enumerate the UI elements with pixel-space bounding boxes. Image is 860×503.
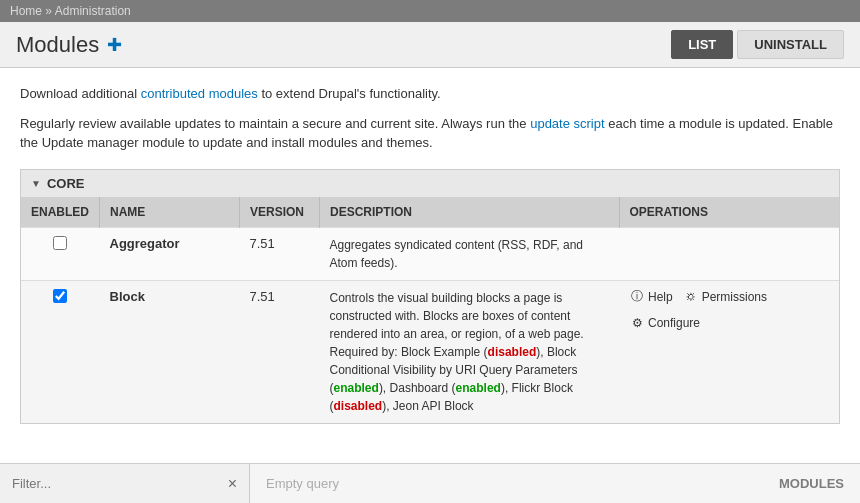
col-header-description: DESCRIPTION [320, 197, 619, 228]
tab-list[interactable]: LIST [671, 30, 733, 59]
tab-uninstall[interactable]: UNINSTALL [737, 30, 844, 59]
update-script-link[interactable]: update script [530, 116, 604, 131]
permissions-button[interactable]: ⛭ Permissions [683, 289, 767, 305]
module-enabled-cell [21, 227, 100, 280]
section-label-core: CORE [47, 176, 85, 191]
configure-button[interactable]: ⚙ Configure [629, 315, 700, 331]
col-header-enabled: ENABLED [21, 197, 100, 228]
module-name-cell: Aggregator [100, 227, 240, 280]
module-section-core: ▼ CORE ENABLED NAME VERSION DESCRIPTION … [20, 169, 840, 424]
module-description-cell: Controls the visual building blocks a pa… [320, 280, 619, 423]
section-toggle-icon: ▼ [31, 178, 41, 189]
block-description-text: Controls the visual building blocks a pa… [330, 291, 584, 341]
header: Modules ✚ LIST UNINSTALL [0, 22, 860, 68]
breadcrumb-sep1: » [45, 4, 52, 18]
content: Download additional contributed modules … [0, 68, 860, 440]
module-name-cell: Block [100, 280, 240, 423]
block-required-by: Required by: Block Example (disabled), B… [330, 345, 578, 413]
module-version-cell: 7.51 [240, 227, 320, 280]
top-bar: Home » Administration [0, 0, 860, 22]
col-header-version: VERSION [240, 197, 320, 228]
table-row: Block 7.51 Controls the visual building … [21, 280, 839, 423]
module-operations-cell [619, 227, 839, 280]
aggregator-checkbox[interactable] [53, 236, 67, 250]
help-button[interactable]: ⓘ Help [629, 289, 673, 305]
help-icon: ⓘ [629, 289, 645, 305]
module-operations-cell: ⓘ Help ⛭ Permissions ⚙ Configure [619, 280, 839, 423]
breadcrumb-home[interactable]: Home [10, 4, 42, 18]
configure-label: Configure [648, 316, 700, 330]
module-description-cell: Aggregates syndicated content (RSS, RDF,… [320, 227, 619, 280]
help-label: Help [648, 290, 673, 304]
breadcrumb: Home » Administration [10, 4, 131, 18]
table-row: Aggregator 7.51 Aggregates syndicated co… [21, 227, 839, 280]
contributed-modules-link[interactable]: contributed modules [141, 86, 258, 101]
module-enabled-cell [21, 280, 100, 423]
info-text-1: Download additional contributed modules … [20, 84, 840, 104]
col-header-name: NAME [100, 197, 240, 228]
permissions-label: Permissions [702, 290, 767, 304]
page-title: Modules [16, 32, 99, 58]
section-header-core[interactable]: ▼ CORE [21, 170, 839, 197]
header-tabs: LIST UNINSTALL [671, 30, 844, 59]
info-text-2: Regularly review available updates to ma… [20, 114, 840, 153]
operations-container: ⓘ Help ⛭ Permissions ⚙ Configure [629, 289, 829, 331]
col-header-operations: OPERATIONS [619, 197, 839, 228]
configure-icon: ⚙ [629, 315, 645, 331]
block-checkbox[interactable] [53, 289, 67, 303]
module-version-cell: 7.51 [240, 280, 320, 423]
permissions-icon: ⛭ [683, 289, 699, 305]
breadcrumb-admin[interactable]: Administration [55, 4, 131, 18]
add-icon[interactable]: ✚ [107, 34, 122, 56]
